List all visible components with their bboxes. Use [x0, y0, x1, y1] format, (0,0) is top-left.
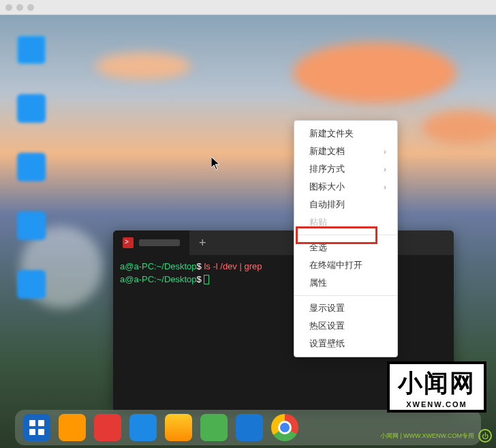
- menu-item-hot-corners[interactable]: 热区设置: [294, 317, 397, 335]
- terminal-tabbar: +: [113, 230, 454, 255]
- menu-item-properties[interactable]: 属性: [294, 274, 397, 292]
- menu-item-icon-size[interactable]: 图标大小›: [294, 178, 397, 196]
- dock-launcher-icon[interactable]: [23, 414, 50, 441]
- menu-item-auto-arrange[interactable]: 自动排列: [294, 196, 397, 213]
- desktop-icon[interactable]: [17, 211, 46, 240]
- menu-item-new-folder[interactable]: 新建文件夹: [294, 125, 397, 143]
- watermark-url: XWENW.COM: [398, 400, 476, 408]
- terminal-line: a@a-PC:~/Desktop$: [120, 273, 447, 286]
- watermark: 小闻网 XWENW.COM: [387, 361, 486, 413]
- menu-item-set-wallpaper[interactable]: 设置壁纸: [294, 335, 397, 353]
- menu-item-select-all[interactable]: 全选: [294, 239, 397, 256]
- traffic-light-close[interactable]: [5, 4, 12, 11]
- traffic-light-max[interactable]: [27, 4, 34, 11]
- terminal-cursor: [204, 275, 209, 284]
- chevron-right-icon: ›: [384, 183, 386, 191]
- wallpaper-cloud: [422, 110, 496, 145]
- terminal-cwd: ~/Desktop: [157, 261, 197, 271]
- window-titlebar: [0, 0, 496, 15]
- traffic-light-min[interactable]: [16, 4, 23, 11]
- wallpaper-cloud: [95, 53, 191, 80]
- menu-item-open-in-terminal[interactable]: 在终端中打开: [294, 256, 397, 274]
- terminal-icon: [123, 237, 134, 248]
- wallpaper-cloud: [293, 42, 456, 104]
- tray-text: 小闻网 | WWW.XWENW.COM专用: [380, 432, 474, 440]
- menu-separator: [294, 235, 397, 235]
- desktop-icons-column: [17, 35, 46, 299]
- dock-app-icon[interactable]: [94, 414, 121, 441]
- desktop-icon[interactable]: [17, 153, 46, 181]
- terminal-tab[interactable]: [113, 230, 189, 255]
- menu-separator: [294, 295, 397, 296]
- dock-chrome-icon[interactable]: [271, 414, 298, 441]
- svg-rect-0: [29, 420, 35, 426]
- power-icon[interactable]: ⏻: [478, 429, 492, 443]
- terminal-tab-title: [139, 239, 180, 246]
- terminal-new-tab-button[interactable]: +: [189, 236, 216, 250]
- menu-item-display-settings[interactable]: 显示设置: [294, 299, 397, 317]
- desktop-icon[interactable]: [17, 94, 46, 123]
- svg-rect-3: [38, 429, 44, 435]
- terminal-body[interactable]: a@a-PC:~/Desktop$ ls -l /dev | grep a@a-…: [113, 255, 454, 292]
- chevron-right-icon: ›: [384, 165, 386, 173]
- svg-rect-1: [38, 420, 44, 426]
- terminal-cwd: ~/Desktop: [157, 274, 197, 284]
- dock-app-icon[interactable]: [200, 414, 228, 441]
- svg-rect-2: [29, 429, 35, 435]
- terminal-command: ls -l /dev | grep: [204, 261, 262, 271]
- desktop[interactable]: + a@a-PC:~/Desktop$ ls -l /dev | grep a@…: [0, 15, 496, 448]
- system-tray: 小闻网 | WWW.XWENW.COM专用 ⏻: [380, 429, 492, 443]
- desktop-context-menu: 新建文件夹 新建文档› 排序方式› 图标大小› 自动排列 粘贴 全选 在终端中打…: [294, 120, 398, 357]
- terminal-user-host: a@a-PC: [120, 261, 154, 271]
- menu-item-new-document[interactable]: 新建文档›: [294, 143, 397, 160]
- chevron-right-icon: ›: [384, 147, 386, 155]
- watermark-title: 小闻网: [398, 367, 476, 400]
- dock-app-icon[interactable]: [236, 414, 263, 441]
- desktop-icon[interactable]: [17, 35, 46, 64]
- menu-item-paste: 粘贴: [294, 213, 397, 231]
- desktop-icon[interactable]: [17, 270, 46, 299]
- mouse-cursor-icon: [211, 157, 221, 170]
- dock-app-icon[interactable]: [165, 414, 192, 441]
- terminal-line: a@a-PC:~/Desktop$ ls -l /dev | grep: [120, 260, 447, 273]
- dock-file-manager-icon[interactable]: [59, 414, 86, 441]
- dock-app-icon[interactable]: [129, 414, 157, 441]
- terminal-user-host: a@a-PC: [120, 274, 154, 284]
- menu-item-sort-by[interactable]: 排序方式›: [294, 160, 397, 178]
